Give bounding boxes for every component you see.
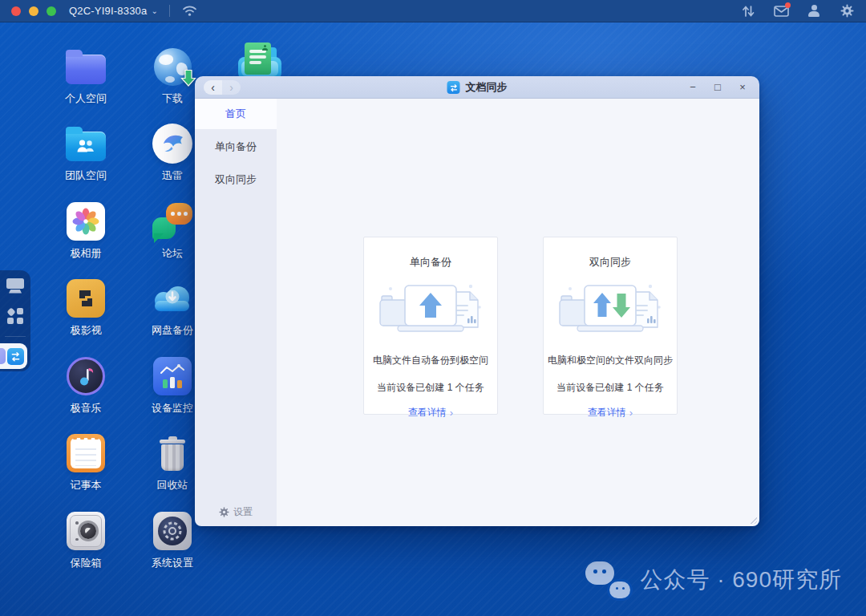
wifi-icon[interactable]	[181, 3, 197, 19]
download-arrow-icon	[180, 69, 196, 90]
watermark-text: 公众号 · 690研究所	[640, 565, 842, 595]
minimize-button[interactable]: −	[687, 81, 698, 93]
desktop-icon-label: 保险箱	[71, 556, 102, 570]
desktop-icon-team-space[interactable]: 团队空间	[46, 123, 126, 183]
active-app-tab	[0, 343, 27, 369]
two-way-sync-illustration	[557, 281, 663, 338]
zoom-light[interactable]	[47, 6, 56, 16]
bird-icon	[152, 124, 192, 164]
desktop-icon-photos[interactable]: 极相册	[46, 201, 126, 261]
doc-sync-app-icon	[447, 81, 460, 94]
chevron-right-icon: ›	[629, 407, 633, 419]
desktop-icon-label: 极影视	[71, 323, 102, 338]
forward-button[interactable]: ›	[222, 80, 241, 95]
apps-grid-icon[interactable]	[0, 301, 30, 331]
desktop: Q2C-YI9I-8330a ⌄	[0, 0, 866, 616]
desktop-icon-personal-space[interactable]: 个人空间	[46, 46, 126, 106]
user-icon[interactable]	[806, 3, 822, 19]
chevron-down-icon: ⌄	[151, 6, 158, 15]
desktop-icon-label: 迅雷	[162, 168, 183, 183]
window-titlebar[interactable]: ‹ › 文档同步 − □ ×	[195, 76, 759, 99]
view-details-link[interactable]: 查看详情 ›	[588, 406, 633, 419]
window-main: 单向备份	[277, 99, 759, 526]
card-description: 电脑和极空间的文件双向同步	[548, 354, 673, 367]
chat-bubbles-icon	[152, 203, 193, 240]
desktop-icon-label: 团队空间	[65, 168, 107, 183]
desktop-icon-label: 论坛	[162, 246, 183, 261]
notification-badge	[785, 2, 791, 8]
cloud-icon	[152, 282, 193, 315]
desktop-icon-label: 回收站	[157, 478, 188, 492]
gear-icon	[219, 507, 229, 517]
transfer-icon[interactable]	[740, 3, 756, 19]
link-label: 查看详情	[408, 406, 447, 419]
desktop-icon-label: 下载	[162, 91, 183, 106]
doc-sync-dock-icon[interactable]	[7, 348, 24, 365]
sidebar-item-home[interactable]: 首页	[195, 99, 277, 129]
desktop-icon-label: 设备监控	[152, 401, 193, 415]
video-app-icon	[67, 279, 105, 318]
card-title: 双向同步	[589, 255, 631, 270]
traffic-lights	[11, 6, 56, 16]
desktop-icon-label: 记事本	[71, 478, 102, 492]
settings-label: 设置	[233, 505, 253, 519]
window-sidebar: 首页 单向备份 双向同步 设置	[195, 99, 277, 526]
two-way-sync-card: 双向同步	[543, 237, 678, 415]
notepad-icon	[67, 434, 105, 472]
watermark: 公众号 · 690研究所	[585, 561, 842, 598]
close-light[interactable]	[11, 6, 21, 16]
dock-divider	[5, 336, 26, 337]
one-way-backup-card: 单向备份	[363, 237, 498, 415]
minimize-light[interactable]	[29, 6, 38, 16]
card-task-info: 当前设备已创建 1 个任务	[377, 381, 484, 395]
sidebar-item-one-way-backup[interactable]: 单向备份	[195, 132, 277, 162]
music-note-icon	[67, 357, 105, 395]
one-way-backup-illustration	[378, 281, 484, 338]
desktop-icon-notes[interactable]: 记事本	[46, 432, 126, 492]
device-name-menu[interactable]: Q2C-YI9I-8330a ⌄	[69, 5, 158, 17]
close-button[interactable]: ×	[737, 81, 748, 93]
window-resize-handle[interactable]	[750, 517, 757, 524]
link-label: 查看详情	[588, 406, 626, 419]
safe-box-icon	[67, 512, 105, 550]
settings-gear-icon[interactable]	[839, 3, 855, 19]
running-app-icon[interactable]	[0, 348, 6, 364]
trash-icon	[160, 436, 185, 471]
card-description: 电脑文件自动备份到极空间	[373, 354, 488, 367]
doc-sync-window: ‹ › 文档同步 − □ × 首页 单向备份	[195, 76, 759, 526]
team-folder-icon	[66, 132, 106, 161]
desktop-icon-safe[interactable]: 保险箱	[46, 510, 126, 570]
side-dock	[0, 270, 30, 371]
nav-buttons: ‹ ›	[204, 80, 241, 95]
person-glyph	[262, 45, 268, 51]
maximize-button[interactable]: □	[712, 81, 723, 93]
desktop-icon-doc-sync[interactable]	[238, 43, 281, 79]
desktop-icon-video[interactable]: 极影视	[46, 278, 126, 338]
topbar-divider	[169, 5, 170, 17]
back-button[interactable]: ‹	[204, 80, 222, 95]
device-name: Q2C-YI9I-8330a	[69, 5, 147, 17]
topbar: Q2C-YI9I-8330a ⌄	[0, 0, 866, 22]
view-details-link[interactable]: 查看详情 ›	[408, 406, 453, 419]
card-task-info: 当前设备已创建 1 个任务	[556, 381, 663, 395]
desktop-icon-music[interactable]: 极音乐	[46, 355, 126, 415]
desktop-icon-label: 个人空间	[65, 91, 107, 106]
desktop-icon-label: 极相册	[71, 246, 102, 261]
system-gear-icon	[153, 512, 192, 550]
sidebar-item-two-way-sync[interactable]: 双向同步	[195, 164, 277, 195]
photos-flower-icon	[67, 202, 105, 241]
desktop-icon-label: 系统设置	[152, 556, 193, 570]
card-title: 单向备份	[410, 255, 451, 270]
mail-icon[interactable]	[773, 3, 789, 19]
desktop-icon-label: 网盘备份	[152, 323, 193, 338]
chevron-right-icon: ›	[450, 407, 453, 419]
wechat-icon	[585, 561, 630, 598]
sidebar-settings-button[interactable]: 设置	[195, 505, 277, 519]
chart-icon	[153, 357, 192, 395]
folder-icon	[66, 55, 106, 84]
desktop-icon-label: 极音乐	[71, 401, 102, 415]
computer-icon[interactable]	[0, 270, 30, 301]
window-title: 文档同步	[466, 80, 508, 95]
